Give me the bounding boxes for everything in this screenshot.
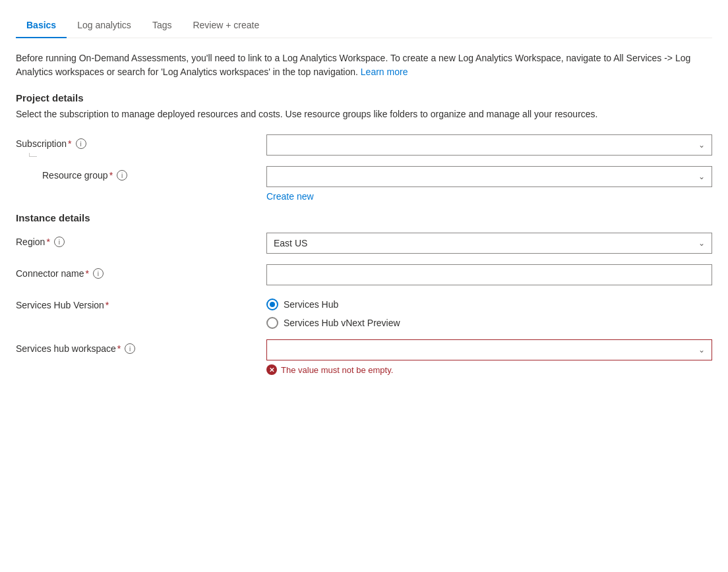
learn-more-link[interactable]: Learn more [361,67,408,77]
services-hub-version-required: * [106,300,109,310]
connector-name-info-icon[interactable]: i [93,268,104,279]
radio-services-hub[interactable]: Services Hub [266,299,712,310]
connector-name-input[interactable] [266,264,712,285]
connector-name-row: Connector name * i [16,264,712,285]
error-icon: ✕ [266,364,277,375]
resource-group-label: Resource group [42,170,108,181]
connector-name-required: * [86,268,89,279]
region-chevron-icon: ⌄ [698,239,705,248]
subscription-info-icon[interactable]: i [76,138,86,149]
tabs-nav: Basics Log analytics Tags Review + creat… [16,13,712,38]
error-text: The value must not be empty. [281,365,393,375]
radio-services-hub-vnext-label: Services Hub vNext Preview [284,318,400,328]
region-required: * [46,237,49,247]
radio-services-hub-label: Services Hub [284,299,338,310]
project-details-description: Select the subscription to manage deploy… [16,107,712,121]
workspace-label: Services hub workspace [16,343,116,354]
radio-services-hub-inner [270,302,275,307]
subscription-row: Subscription * i ⌄ [16,134,712,156]
tab-log-analytics[interactable]: Log analytics [67,13,142,38]
workspace-error-message: ✕ The value must not be empty. [266,364,712,375]
subscription-dropdown[interactable]: ⌄ [266,134,712,156]
radio-services-hub-vnext[interactable]: Services Hub vNext Preview [266,317,712,329]
workspace-chevron-icon: ⌄ [698,345,705,355]
workspace-row: Services hub workspace * i ⌄ ✕ The value… [16,339,712,375]
region-row: Region * i East US ⌄ [16,233,712,254]
resource-group-info-icon[interactable]: i [117,170,127,181]
tab-tags[interactable]: Tags [142,13,183,38]
region-label: Region [16,237,45,247]
workspace-info-icon[interactable]: i [125,343,135,354]
workspace-dropdown[interactable]: ⌄ [266,339,712,360]
resource-group-chevron-icon: ⌄ [698,172,705,181]
resource-group-row: Resource group * i ⌄ Create new [16,166,712,202]
subscription-label: Subscription [16,138,67,149]
tab-basics[interactable]: Basics [16,13,67,38]
tab-review-create[interactable]: Review + create [182,13,270,38]
create-new-link[interactable]: Create new [266,191,314,202]
instance-details-section: Instance details Region * i East US ⌄ Co… [16,212,712,375]
resource-group-dropdown[interactable]: ⌄ [266,166,712,187]
region-value: East US [274,238,307,248]
services-hub-version-radio-group: Services Hub Services Hub vNext Preview [266,296,712,329]
services-hub-version-row: Services Hub Version * Services Hub Serv… [16,296,712,329]
radio-services-hub-button[interactable] [266,299,278,310]
info-text: Before running On-Demand Assessments, yo… [16,51,712,79]
instance-details-header: Instance details [16,212,712,223]
workspace-required: * [117,343,121,354]
resource-group-required: * [109,170,113,181]
subscription-required: * [68,138,71,149]
project-details-header: Project details [16,92,712,103]
region-dropdown[interactable]: East US ⌄ [266,233,712,254]
connector-name-label: Connector name [16,268,84,279]
radio-services-hub-vnext-button[interactable] [266,317,278,329]
subscription-chevron-icon: ⌄ [698,140,705,150]
region-info-icon[interactable]: i [54,237,65,247]
services-hub-version-label: Services Hub Version [16,300,104,310]
